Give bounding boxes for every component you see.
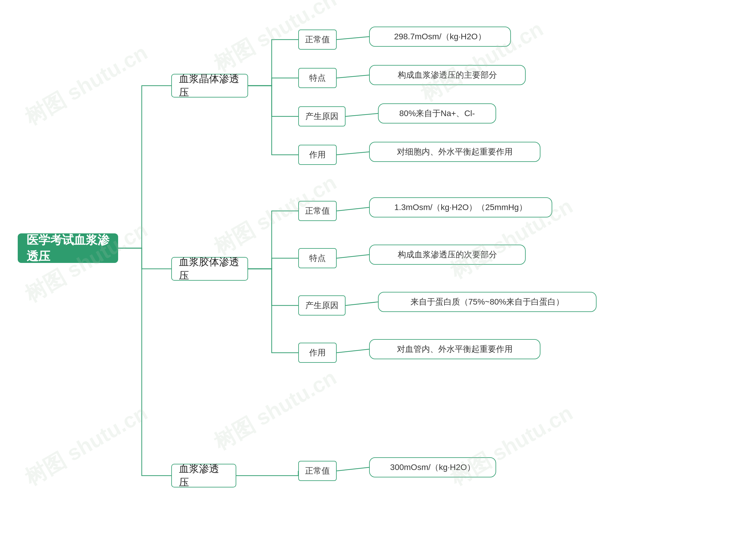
value-node-v4: 对细胞内、外水平衡起重要作用 bbox=[369, 142, 540, 162]
svg-line-6 bbox=[345, 302, 378, 305]
watermark-7: 树图 shutu.cn bbox=[20, 399, 153, 492]
value-node-v7: 来自于蛋白质（75%~80%来自于白蛋白） bbox=[378, 292, 597, 312]
svg-line-8 bbox=[337, 467, 369, 471]
label-node-l8: 作用 bbox=[298, 343, 337, 363]
cat2-label: 血浆胶体渗透压 bbox=[179, 255, 240, 282]
svg-line-5 bbox=[337, 255, 369, 258]
watermark-8: 树图 shutu.cn bbox=[209, 363, 342, 456]
label-node-l5: 正常值 bbox=[298, 201, 337, 221]
value-node-v3: 80%来自于Na+、Cl- bbox=[378, 103, 496, 124]
cat1-label: 血浆晶体渗透压 bbox=[179, 72, 240, 99]
label-node-l2: 特点 bbox=[298, 68, 337, 88]
value-node-v9: 300mOsm/（kg·H2O） bbox=[369, 457, 496, 477]
cat-node-2: 血浆胶体渗透压 bbox=[171, 257, 248, 281]
value-node-v6: 构成血浆渗透压的次要部分 bbox=[369, 245, 526, 265]
value-node-v1: 298.7mOsm/（kg·H2O） bbox=[369, 27, 511, 47]
svg-line-7 bbox=[337, 349, 369, 353]
diagram: 医学考试血浆渗透压 血浆晶体渗透压 血浆胶体渗透压 血浆渗透压 正常值 特点 产… bbox=[0, 0, 756, 535]
cat-node-3: 血浆渗透压 bbox=[171, 464, 236, 488]
svg-line-4 bbox=[337, 208, 369, 211]
root-label: 医学考试血浆渗透压 bbox=[27, 232, 109, 265]
value-node-v5: 1.3mOsm/（kg·H2O）（25mmHg） bbox=[369, 197, 552, 217]
svg-line-3 bbox=[337, 152, 369, 155]
cat-node-1: 血浆晶体渗透压 bbox=[171, 74, 248, 98]
value-node-v8: 对血管内、外水平衡起重要作用 bbox=[369, 339, 540, 359]
watermark-1: 树图 shutu.cn bbox=[20, 39, 153, 131]
watermark-9: 树图 shutu.cn bbox=[445, 399, 578, 492]
root-node: 医学考试血浆渗透压 bbox=[18, 233, 118, 263]
label-node-l3: 产生原因 bbox=[298, 106, 345, 127]
label-node-l7: 产生原因 bbox=[298, 296, 345, 316]
label-node-l4: 作用 bbox=[298, 145, 337, 165]
svg-line-1 bbox=[337, 75, 369, 78]
label-node-l1: 正常值 bbox=[298, 30, 337, 50]
svg-line-0 bbox=[337, 37, 369, 40]
label-node-l9: 正常值 bbox=[298, 461, 337, 481]
value-node-v2: 构成血浆渗透压的主要部分 bbox=[369, 65, 526, 85]
label-node-l6: 特点 bbox=[298, 248, 337, 268]
svg-line-2 bbox=[345, 113, 378, 116]
cat3-label: 血浆渗透压 bbox=[179, 462, 229, 489]
